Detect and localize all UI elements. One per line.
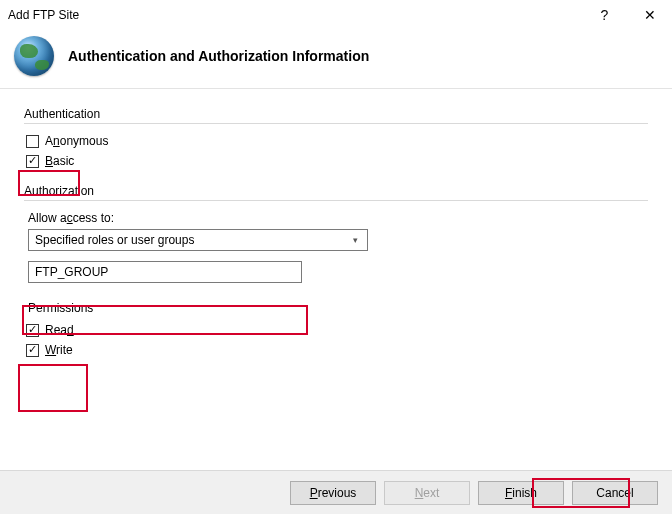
window-title: Add FTP Site [8,8,582,22]
checkbox-icon [26,155,39,168]
authentication-group: Authentication Anonymous Basic [24,107,648,168]
titlebar: Add FTP Site ? ✕ [0,0,672,30]
select-value: Specified roles or user groups [35,233,194,247]
wizard-footer: Previous Next Finish Cancel [0,470,672,514]
divider [24,123,648,124]
highlight-box [18,364,88,412]
authorization-group: Authorization Allow access to: Specified… [24,184,648,357]
help-button[interactable]: ? [582,0,627,30]
cancel-button[interactable]: Cancel [572,481,658,505]
previous-button[interactable]: Previous [290,481,376,505]
checkbox-icon [26,324,39,337]
chevron-down-icon: ▾ [347,235,363,245]
checkbox-icon [26,344,39,357]
read-label: Read [45,323,74,337]
roles-groups-input[interactable]: FTP_GROUP [28,261,302,283]
next-button: Next [384,481,470,505]
checkbox-icon [26,135,39,148]
finish-button[interactable]: Finish [478,481,564,505]
anonymous-checkbox-row[interactable]: Anonymous [26,134,648,148]
page-heading: Authentication and Authorization Informa… [68,48,369,64]
textbox-value: FTP_GROUP [35,265,108,279]
authentication-title: Authentication [24,107,648,121]
wizard-header: Authentication and Authorization Informa… [0,30,672,88]
content-area: Authentication Anonymous Basic Authoriza… [0,89,672,357]
basic-label: Basic [45,154,74,168]
divider [24,200,648,201]
basic-checkbox-row[interactable]: Basic [26,154,648,168]
permissions-title: Permissions [28,301,648,315]
read-checkbox-row[interactable]: Read [26,323,648,337]
allow-access-select[interactable]: Specified roles or user groups ▾ [28,229,368,251]
anonymous-label: Anonymous [45,134,108,148]
authorization-title: Authorization [24,184,648,198]
close-button[interactable]: ✕ [627,0,672,30]
write-label: Write [45,343,73,357]
write-checkbox-row[interactable]: Write [26,343,648,357]
globe-icon [14,36,54,76]
allow-access-label: Allow access to: [28,211,648,225]
